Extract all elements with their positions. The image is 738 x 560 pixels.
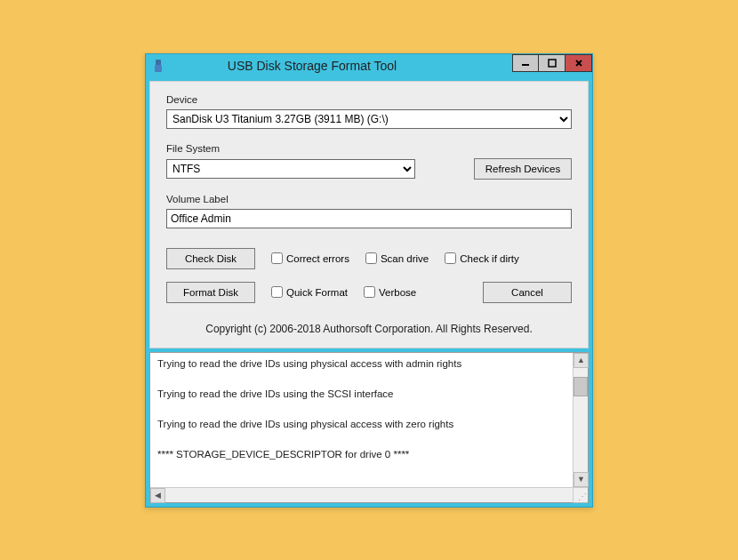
close-button[interactable] — [566, 54, 592, 72]
cancel-button[interactable]: Cancel — [483, 282, 572, 303]
svg-rect-3 — [549, 60, 556, 67]
log-line: Trying to read the drive IDs using the S… — [157, 388, 581, 399]
scroll-up-icon[interactable]: ▲ — [574, 353, 589, 368]
app-window: USB Disk Storage Format Tool Device SanD… — [145, 53, 593, 508]
device-label: Device — [166, 94, 572, 105]
resize-grip-icon[interactable]: ⋰ — [573, 487, 588, 502]
titlebar[interactable]: USB Disk Storage Format Tool — [146, 54, 592, 77]
log-panel: Trying to read the drive IDs using physi… — [149, 352, 589, 503]
filesystem-label: File System — [166, 143, 572, 154]
copyright-text: Copyright (c) 2006-2018 Authorsoft Corpo… — [166, 323, 572, 335]
log-line: **** STORAGE_DEVICE_DESCRIPTOR for drive… — [157, 449, 581, 460]
scan-drive-checkbox[interactable]: Scan drive — [365, 252, 429, 264]
volume-label-input[interactable] — [166, 209, 572, 228]
format-disk-button[interactable]: Format Disk — [166, 282, 255, 303]
correct-errors-checkbox[interactable]: Correct errors — [271, 252, 349, 264]
check-if-dirty-checkbox[interactable]: Check if dirty — [445, 252, 518, 264]
window-controls — [512, 54, 592, 77]
vertical-scrollbar[interactable]: ▲ ▼ — [573, 353, 588, 487]
window-title: USB Disk Storage Format Tool — [112, 59, 512, 73]
log-line: Trying to read the drive IDs using physi… — [157, 358, 581, 369]
scroll-left-icon[interactable]: ◀ — [150, 488, 165, 503]
log-content[interactable]: Trying to read the drive IDs using physi… — [150, 353, 588, 487]
main-panel: Device SanDisk U3 Titanium 3.27GB (3911 … — [149, 81, 589, 348]
scroll-down-icon[interactable]: ▼ — [574, 472, 589, 487]
refresh-devices-button[interactable]: Refresh Devices — [474, 158, 572, 180]
log-line: Trying to read the drive IDs using physi… — [157, 419, 581, 429]
quick-format-checkbox[interactable]: Quick Format — [271, 286, 348, 298]
filesystem-select[interactable]: NTFS — [166, 159, 415, 179]
minimize-button[interactable] — [512, 54, 539, 72]
check-disk-button[interactable]: Check Disk — [166, 248, 255, 269]
maximize-button[interactable] — [539, 54, 566, 72]
verbose-checkbox[interactable]: Verbose — [364, 286, 416, 298]
scroll-thumb[interactable] — [574, 377, 588, 396]
volume-label-label: Volume Label — [166, 194, 572, 204]
horizontal-scrollbar[interactable]: ◀ ▶ — [150, 487, 588, 502]
device-select[interactable]: SanDisk U3 Titanium 3.27GB (3911 MB) (G:… — [166, 109, 572, 129]
